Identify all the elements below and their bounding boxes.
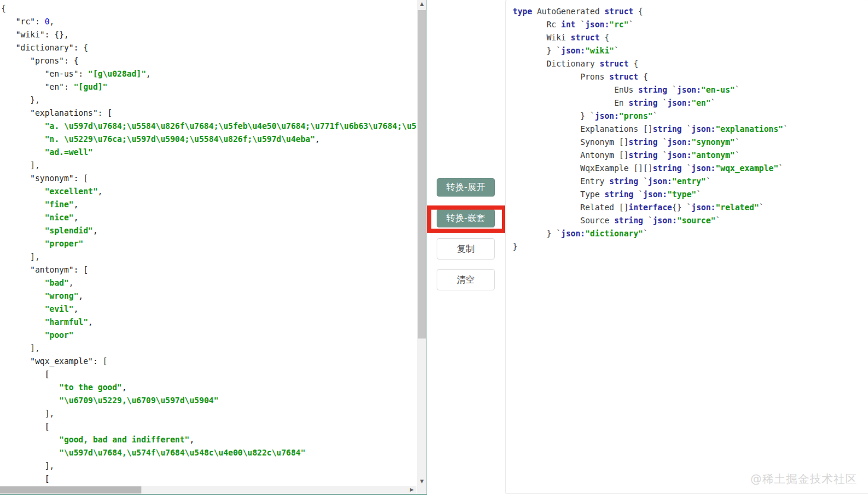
go-output-content[interactable]: type AutoGenerated struct { Rc int `json… xyxy=(513,5,867,484)
code-line: "proper" xyxy=(1,237,416,250)
code-line: "\u597d\u7684,\u574f\u7684\u548c\u4e00\u… xyxy=(1,446,416,459)
code-line: "bad", xyxy=(1,276,416,289)
code-line: "wiki": {}, xyxy=(1,28,416,41)
code-line: WqxExample [][]string `json:"wqx_example… xyxy=(513,162,867,175)
left-horizontal-scrollbar[interactable]: ▶ xyxy=(0,486,416,494)
code-line: "to the good", xyxy=(1,381,416,394)
code-line: Type string `json:"type"` xyxy=(513,188,867,201)
left-vertical-scrollbar[interactable]: ▲ ▼ xyxy=(417,0,427,486)
code-line: ], xyxy=(1,407,416,420)
code-line: "excellent", xyxy=(1,185,416,198)
code-line: "en": "[gud]" xyxy=(1,80,416,93)
code-line: } `json:"dictionary"` xyxy=(513,227,867,240)
horizontal-scroll-thumb[interactable] xyxy=(0,486,141,493)
code-line: "wrong", xyxy=(1,289,416,302)
code-line: Prons struct { xyxy=(513,70,867,83)
code-line: type AutoGenerated struct { xyxy=(513,5,867,18)
code-line: Synonym []string `json:"synonym"` xyxy=(513,135,867,148)
code-line: ], xyxy=(1,250,416,263)
code-line: "dictionary": { xyxy=(1,41,416,54)
scroll-down-icon[interactable]: ▼ xyxy=(417,477,427,486)
code-line: [ xyxy=(1,420,416,433)
scrollbar-corner xyxy=(417,486,427,494)
code-line: "evil", xyxy=(1,302,416,315)
code-line: "ad.=well" xyxy=(1,145,416,159)
code-line: "fine", xyxy=(1,198,416,211)
scroll-up-icon[interactable]: ▲ xyxy=(417,0,427,8)
code-line: "harmful", xyxy=(1,315,416,328)
code-line: "splendid", xyxy=(1,224,416,237)
code-line: Source string `json:"source"` xyxy=(513,214,867,227)
watermark: @稀土掘金技术社区 xyxy=(750,472,857,487)
code-line: "wqx_example": [ xyxy=(1,355,416,368)
code-line: "rc": 0, xyxy=(1,15,416,28)
code-line: }, xyxy=(1,93,416,106)
code-line: "\u6709\u5229,\u6709\u597d\u5904" xyxy=(1,394,416,407)
code-line: } xyxy=(513,240,867,253)
clear-button[interactable]: 清空 xyxy=(437,269,495,290)
code-line: ], xyxy=(1,459,416,472)
code-line: "antonym": [ xyxy=(1,263,416,276)
code-line: ], xyxy=(1,159,416,172)
code-line: Wiki struct { xyxy=(513,31,867,44)
go-output-panel[interactable]: type AutoGenerated struct { Rc int `json… xyxy=(505,0,868,494)
code-line: [ xyxy=(1,472,416,485)
convert-expand-button[interactable]: 转换-展开 xyxy=(437,178,495,197)
code-line: "en-us": "[g\u028ad]", xyxy=(1,67,416,80)
code-line: } `json:"prons"` xyxy=(513,109,867,122)
code-line: "prons": { xyxy=(1,54,416,67)
code-line: "explanations": [ xyxy=(1,106,416,119)
code-line: "n. \u5229\u76ca;\u597d\u5904;\u5584\u82… xyxy=(1,132,416,145)
code-line: Explanations []string `json:"explanation… xyxy=(513,122,867,135)
code-line: "poor" xyxy=(1,328,416,341)
code-line: Rc int `json:"rc"` xyxy=(513,18,867,31)
json-input-panel[interactable]: { "rc": 0, "wiki": {}, "dictionary": { "… xyxy=(0,0,427,495)
copy-button[interactable]: 复制 xyxy=(437,238,495,260)
code-line: "good, bad and indifferent", xyxy=(1,433,416,446)
code-line: "nice", xyxy=(1,211,416,224)
code-line: EnUs string `json:"en-us"` xyxy=(513,83,867,96)
scroll-right-icon[interactable]: ▶ xyxy=(407,486,416,494)
convert-nested-button[interactable]: 转换-嵌套 xyxy=(437,209,495,227)
code-line: "a. \u597d\u7684;\u5584\u826f\u7684;\u5f… xyxy=(1,119,416,132)
code-line: Antonym []string `json:"antonym"` xyxy=(513,148,867,162)
code-line: { xyxy=(1,2,416,15)
vertical-scroll-thumb[interactable] xyxy=(418,10,426,339)
code-line: } `json:"wiki"` xyxy=(513,44,867,57)
code-line: En string `json:"en"` xyxy=(513,96,867,109)
json-input-content[interactable]: { "rc": 0, "wiki": {}, "dictionary": { "… xyxy=(1,2,416,485)
code-line: Entry string `json:"entry"` xyxy=(513,175,867,188)
code-line: Dictionary struct { xyxy=(513,57,867,70)
code-line: "synonym": [ xyxy=(1,172,416,185)
code-line: Related []interface{} `json:"related"` xyxy=(513,201,867,214)
code-line: ], xyxy=(1,341,416,355)
code-line: [ xyxy=(1,368,416,381)
